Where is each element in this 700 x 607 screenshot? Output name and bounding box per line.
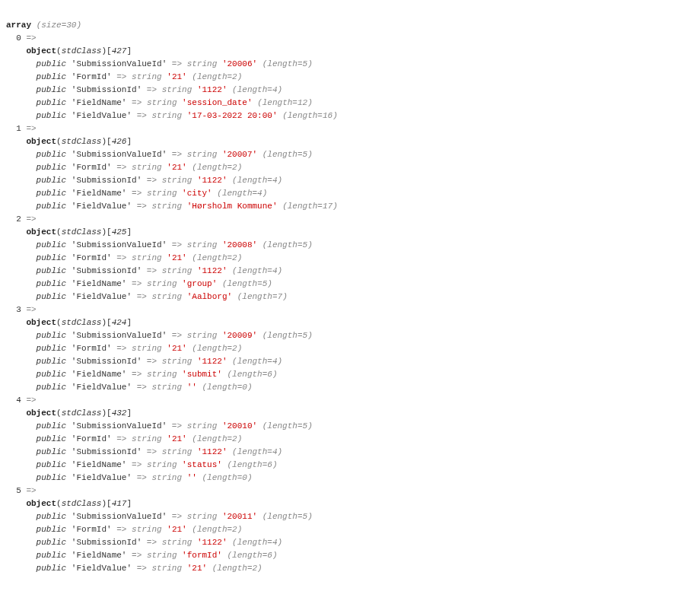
kw-array: array: [6, 21, 31, 30]
class-name: stdClass: [62, 227, 102, 237]
class-name: stdClass: [62, 137, 102, 146]
prop-value: '21': [167, 344, 186, 353]
length: (length=12): [257, 98, 313, 107]
arrow: =>: [116, 163, 126, 172]
arrow: =>: [172, 240, 182, 249]
type-string: string: [162, 266, 192, 275]
prop-name: 'FieldName': [72, 460, 127, 469]
prop-name: 'FormId': [72, 434, 112, 443]
length: (length=6): [228, 370, 278, 379]
arrow: =>: [147, 176, 157, 185]
kw-public: public: [37, 279, 67, 288]
type-string: string: [187, 421, 218, 431]
type-string: string: [132, 344, 162, 353]
prop-value: '20007': [222, 150, 257, 159]
prop-value: '21': [167, 434, 186, 443]
dump-line: object(stdClass)[417]: [6, 497, 694, 510]
kw-public: public: [37, 292, 67, 301]
dump-line: public 'FormId' => string '21' (length=2…: [6, 342, 694, 355]
arrow: =>: [172, 150, 182, 159]
length: (length=5): [262, 512, 313, 521]
length: (length=2): [192, 344, 242, 353]
type-string: string: [187, 150, 218, 159]
prop-value: '20008': [222, 240, 257, 249]
arrow: =>: [137, 202, 147, 211]
kw-public: public: [37, 72, 67, 81]
kw-public: public: [37, 434, 67, 443]
dump-line: public 'FieldName' => string 'city' (len…: [6, 187, 694, 200]
arrow: =>: [137, 473, 147, 482]
type-string: string: [162, 447, 192, 456]
arrow: =>: [172, 512, 182, 521]
type-string: string: [132, 253, 162, 262]
prop-value: '1122': [197, 357, 228, 366]
prop-value: '21': [187, 564, 207, 573]
object-id: 425: [112, 227, 127, 237]
length: (length=0): [202, 473, 253, 482]
type-string: string: [147, 189, 177, 198]
kw-public: public: [37, 460, 67, 469]
kw-public: public: [37, 383, 67, 392]
prop-name: 'SubmissionId': [72, 176, 142, 185]
object-id: 417: [112, 499, 127, 508]
arrow: =>: [26, 396, 36, 405]
prop-name: 'FieldValue': [72, 383, 132, 392]
prop-name: 'SubmissionValueId': [72, 331, 167, 340]
length: (length=7): [237, 292, 288, 301]
kw-object: object: [26, 499, 56, 508]
kw-object: object: [26, 46, 56, 56]
prop-value: '21': [167, 72, 186, 81]
kw-public: public: [37, 202, 67, 211]
array-index: 3: [16, 305, 21, 314]
length: (length=4): [232, 447, 282, 456]
dump-line: public 'FieldValue' => string '21' (leng…: [6, 562, 694, 575]
arrow: =>: [26, 305, 36, 314]
prop-name: 'SubmissionValueId': [72, 150, 167, 159]
kw-public: public: [37, 253, 67, 262]
prop-name: 'SubmissionValueId': [72, 59, 167, 68]
prop-name: 'FieldName': [72, 551, 127, 560]
dump-line: 1 =>: [6, 122, 694, 135]
length: (length=6): [228, 460, 278, 469]
length: (length=5): [262, 331, 313, 340]
kw-public: public: [37, 59, 67, 68]
prop-value: '1122': [197, 538, 228, 547]
arrow: =>: [132, 189, 142, 198]
dump-line: public 'FieldName' => string 'formId' (l…: [6, 549, 694, 562]
prop-name: 'SubmissionId': [72, 447, 142, 456]
type-string: string: [151, 564, 182, 573]
prop-value: '': [187, 383, 197, 392]
prop-value: 'Aalborg': [187, 292, 232, 301]
kw-public: public: [37, 150, 67, 159]
prop-name: 'SubmissionId': [72, 266, 142, 275]
prop-value: 'session_date': [182, 98, 252, 107]
prop-value: '1122': [197, 176, 228, 185]
arrow: =>: [172, 331, 182, 340]
length: (length=2): [192, 72, 242, 81]
kw-public: public: [37, 447, 67, 456]
dump-line: public 'FieldName' => string 'status' (l…: [6, 459, 694, 472]
type-string: string: [187, 331, 218, 340]
array-size: (size=30): [37, 21, 81, 30]
length: (length=2): [192, 163, 242, 172]
arrow: =>: [137, 111, 147, 120]
length: (length=2): [192, 253, 242, 262]
length: (length=2): [192, 434, 242, 443]
dump-line: public 'FieldValue' => string '' (length…: [6, 381, 694, 394]
dump-line: 4 =>: [6, 394, 694, 407]
dump-line: public 'FormId' => string '21' (length=2…: [6, 433, 694, 446]
prop-value: 'city': [182, 189, 212, 198]
arrow: =>: [132, 370, 142, 379]
prop-value: '20006': [222, 59, 257, 68]
object-id: 432: [112, 408, 127, 418]
length: (length=5): [262, 59, 313, 68]
length: (length=2): [192, 525, 242, 534]
kw-public: public: [37, 564, 67, 573]
prop-name: 'FieldName': [72, 189, 127, 198]
length: (length=4): [232, 85, 282, 94]
kw-public: public: [37, 189, 67, 198]
dump-line: object(stdClass)[432]: [6, 407, 694, 420]
prop-value: 'formId': [182, 551, 222, 560]
array-index: 1: [16, 124, 21, 133]
arrow: =>: [116, 253, 126, 262]
